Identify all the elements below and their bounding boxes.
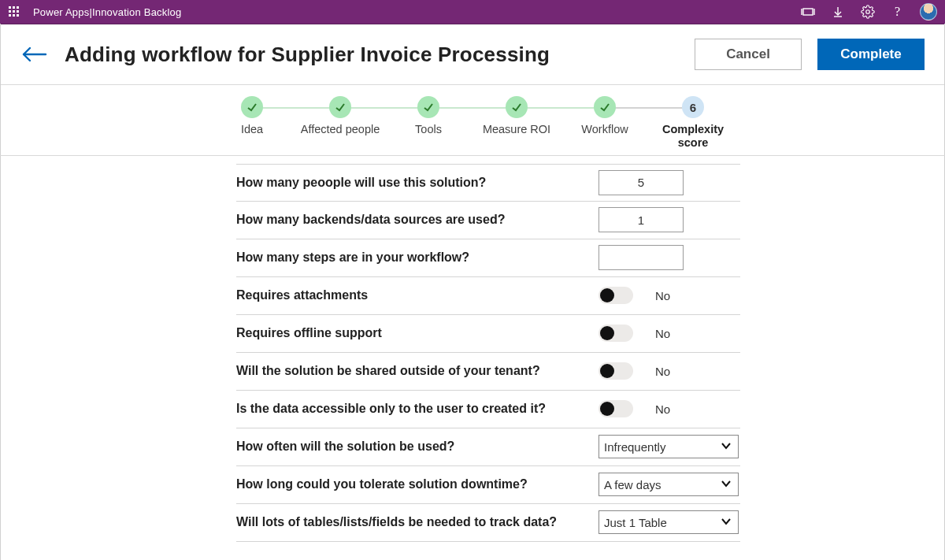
toggle-attachments-label: No — [655, 289, 679, 302]
check-icon — [422, 101, 435, 113]
topbar-appname: Innovation Backlog — [92, 6, 181, 18]
help-icon[interactable]: ? — [887, 1, 909, 23]
step-number-badge: 6 — [682, 96, 704, 118]
wizard-stepper: Idea Affected people Tools Measure ROI W… — [0, 85, 945, 156]
complete-button[interactable]: Complete — [817, 39, 925, 70]
download-icon[interactable] — [827, 1, 849, 23]
question-downtime: How long could you tolerate solution dow… — [236, 477, 598, 491]
svg-rect-8 — [17, 14, 19, 17]
user-avatar[interactable] — [920, 3, 937, 20]
complexity-form: How many peoople will use this solution?… — [236, 164, 740, 542]
question-offline: Requires offline support — [236, 326, 598, 340]
question-attachments: Requires attachments — [236, 288, 598, 302]
question-backends: How many backends/data sources are used? — [236, 213, 598, 227]
step-measure-roi[interactable]: Measure ROI — [472, 96, 561, 136]
check-icon — [598, 101, 611, 113]
svg-rect-5 — [17, 10, 19, 13]
select-frequency[interactable]: Infrequently — [598, 435, 739, 458]
toggle-offline[interactable] — [598, 325, 633, 342]
toggle-offline-label: No — [655, 327, 679, 340]
check-icon — [246, 101, 258, 113]
question-shared-outside: Will the solution be shared outside of y… — [236, 364, 598, 378]
svg-point-14 — [866, 10, 870, 14]
question-people: How many peoople will use this solution? — [236, 176, 598, 190]
toggle-shared-outside[interactable] — [598, 362, 633, 380]
check-icon — [334, 101, 346, 113]
question-private-data: Is the data accessible only to the user … — [236, 402, 598, 416]
step-affected-people[interactable]: Affected people — [296, 96, 384, 136]
svg-rect-3 — [9, 10, 11, 13]
fit-to-screen-icon[interactable] — [797, 1, 819, 23]
toggle-private-data[interactable] — [598, 400, 633, 417]
question-tables: Will lots of tables/lists/fields be need… — [236, 515, 598, 529]
app-launcher-icon[interactable] — [8, 6, 20, 18]
page-title: Adding workflow for Supplier Invoice Pro… — [65, 43, 550, 67]
topbar-product: Power Apps — [33, 6, 89, 18]
toggle-private-data-label: No — [655, 402, 679, 416]
select-tables[interactable]: Just 1 Table — [598, 510, 739, 534]
app-topbar: Power Apps | Innovation Backlog ? — [0, 0, 945, 24]
step-tools[interactable]: Tools — [384, 96, 472, 136]
select-downtime[interactable]: A few days — [598, 473, 739, 496]
check-icon — [510, 101, 523, 113]
input-backends-count[interactable] — [598, 207, 684, 232]
step-workflow[interactable]: Workflow — [561, 96, 649, 136]
svg-rect-6 — [9, 14, 11, 17]
svg-rect-0 — [9, 6, 11, 9]
back-arrow-icon[interactable] — [20, 45, 47, 64]
question-steps: How many steps are in your workflow? — [236, 250, 598, 265]
cancel-button[interactable]: Cancel — [695, 39, 802, 70]
question-frequency: How often will the solution be used? — [236, 439, 598, 454]
svg-rect-4 — [13, 10, 15, 13]
svg-rect-2 — [17, 6, 19, 9]
settings-gear-icon[interactable] — [857, 1, 879, 23]
toggle-attachments[interactable] — [598, 287, 633, 304]
toggle-shared-outside-label: No — [655, 365, 679, 378]
svg-text:?: ? — [895, 5, 900, 18]
input-workflow-steps[interactable] — [598, 245, 684, 270]
step-idea[interactable]: Idea — [208, 96, 296, 136]
step-complexity-score[interactable]: 6 Complexity score — [649, 96, 737, 150]
input-people-count[interactable] — [598, 170, 684, 195]
svg-rect-7 — [13, 14, 15, 17]
svg-rect-9 — [803, 9, 813, 15]
svg-rect-1 — [13, 6, 15, 9]
